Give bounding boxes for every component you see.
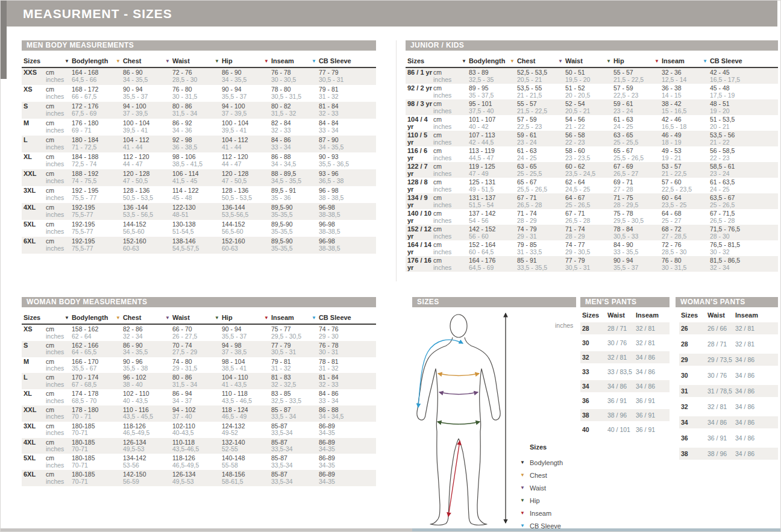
value-inches: 21 - 22,5 bbox=[662, 171, 703, 178]
value-inches: 67 - 68,5 bbox=[72, 381, 116, 389]
value-inches: 35-35,5 bbox=[271, 245, 312, 252]
value-inches: 75,5-77 bbox=[72, 211, 116, 219]
value-cell: 85-8733,5-34 bbox=[264, 423, 312, 438]
unit-cm: cm bbox=[433, 179, 462, 186]
value-cell: 184 - 18872,5 - 74 bbox=[64, 154, 116, 169]
value-cm: 53 - 57 bbox=[662, 163, 703, 171]
value-inches: 25 - 26,5 bbox=[565, 202, 606, 209]
value-cell: 83 - 8532,5 - 33,5 bbox=[264, 390, 312, 405]
column-header-chest: ▼Chest bbox=[116, 314, 165, 324]
value-cell: 76 - 8030 - 31,5 bbox=[654, 257, 703, 272]
value-cell: 78 - 8030,5 - 31,5 bbox=[264, 86, 312, 102]
pants-cell: 28 bbox=[679, 338, 707, 350]
value-inches: 28 - 30 bbox=[710, 233, 778, 240]
value-cm: 36 - 38 bbox=[662, 85, 703, 92]
value-inches: 32,5 - 33,5 bbox=[271, 398, 312, 405]
column-header-waist: ▼Waist bbox=[165, 57, 215, 67]
value-cell: 67 - 71,526,5 - 28 bbox=[703, 210, 778, 225]
value-cell: 65 - 6725,5 - 26,5 bbox=[606, 148, 654, 162]
value-cm: 81 - 84 bbox=[319, 103, 376, 110]
pants-row: 3030 / 7634 / 86 bbox=[679, 369, 778, 381]
value-cm: 89,5-90 bbox=[271, 238, 312, 245]
value-cm: 104 - 112 bbox=[222, 137, 264, 144]
value-cm: 60 - 64 bbox=[662, 195, 703, 202]
pants-row: 4040 / 10136 / 91 bbox=[580, 424, 670, 436]
value-cm: 90 - 94 bbox=[613, 257, 654, 264]
unit-cell: cminches bbox=[433, 69, 462, 84]
value-cm: 101 - 107 bbox=[469, 116, 510, 124]
value-inches: 37 - 39,5 bbox=[222, 110, 264, 117]
value-inches: 25 - 26,5 bbox=[710, 202, 778, 209]
size-label: M bbox=[22, 120, 46, 136]
value-cm: 148-156 bbox=[222, 471, 264, 478]
unit-cell: cminches bbox=[46, 455, 64, 470]
unit-inches: inches bbox=[46, 398, 64, 405]
value-cm: 89,5-90 bbox=[271, 204, 312, 211]
value-cell: 82 - 8632 - 34 bbox=[116, 326, 165, 341]
unit-inches: inches bbox=[46, 413, 64, 421]
value-cell: 93 - 9636,5 - 38 bbox=[312, 171, 376, 186]
table-row: XLcminches174 - 17868,5 - 70102 - 11040 … bbox=[22, 389, 376, 405]
legend-items: ▼Bodylength▼Chest▼Waist▼Hip▼Inseam▼CB Sl… bbox=[520, 456, 563, 532]
value-inches: 31 - 32 bbox=[271, 365, 312, 372]
value-cell: 86 - 9034 - 35,5 bbox=[116, 69, 165, 85]
value-cm: 137 - 142 bbox=[469, 210, 510, 217]
value-inches: 23 - 23,5 bbox=[565, 155, 606, 162]
legend-title: Sizes bbox=[520, 443, 563, 451]
value-inches: 54 - 56 bbox=[469, 217, 510, 225]
value-cell: 90 - 9435,5 - 37 bbox=[606, 257, 654, 272]
column-header-inseam: ▼Inseam bbox=[654, 57, 703, 67]
value-cm: 90 - 94 bbox=[222, 326, 264, 333]
value-inches: 22,5 - 23 bbox=[517, 124, 558, 131]
unit-cm: cm bbox=[46, 221, 64, 228]
value-cell: 119 - 12547 - 49 bbox=[462, 163, 510, 178]
size-label: XS bbox=[22, 326, 46, 341]
value-cm: 59 - 61 bbox=[613, 101, 654, 108]
value-cm: 144-152 bbox=[222, 221, 264, 228]
size-label: L bbox=[22, 137, 46, 152]
value-cm: 176 - 180 bbox=[72, 120, 116, 127]
value-cell: 112 - 12044 - 47 bbox=[116, 154, 165, 169]
value-cell: 52,5 - 53,520,5 - 21 bbox=[510, 69, 558, 84]
value-cm: 93 - 96 bbox=[319, 171, 376, 178]
value-cell: 86-8934-35 bbox=[312, 439, 376, 454]
value-cell: 125 - 13149 - 51,5 bbox=[462, 179, 510, 193]
section-bar-men: MEN BODY MEASUREMENTS bbox=[22, 40, 376, 51]
pants-row: 3030 / 7632 / 81 bbox=[580, 337, 670, 349]
value-cell: 76,5 - 81,530 - 32 bbox=[703, 242, 778, 256]
unit-cell: cminches bbox=[46, 423, 64, 438]
size-label: 104 / 4 yr bbox=[406, 116, 433, 131]
table-row: 152 / 12 yrcminches142 - 15256 - 6074 - … bbox=[406, 225, 778, 240]
pants-cell: 33 bbox=[580, 366, 607, 378]
value-cell: 107 - 11342 - 44,5 bbox=[462, 132, 510, 146]
size-label: XS bbox=[22, 86, 46, 102]
value-cm: 54 - 56 bbox=[565, 116, 606, 124]
unit-cm: cm bbox=[433, 257, 462, 264]
legend-arrow-icon: ▼ bbox=[520, 510, 530, 516]
value-inches: 62 - 64 bbox=[72, 333, 116, 340]
pants-column-header: Inseam bbox=[636, 311, 670, 322]
pants-column-header: Sizes bbox=[679, 311, 707, 322]
value-inches: 60-63 bbox=[222, 245, 264, 252]
unit-cm: cm bbox=[46, 137, 64, 144]
value-cm: 152-160 bbox=[123, 238, 165, 245]
value-cell: 67 - 7126,5 - 28 bbox=[558, 210, 606, 225]
value-cm: 85-87 bbox=[271, 471, 312, 478]
value-inches: 18 - 19 bbox=[662, 139, 703, 146]
legend-item: ▼Bodylength bbox=[520, 456, 563, 469]
value-cell: 64 - 6825 - 27 bbox=[654, 210, 703, 225]
value-cm: 104 - 112 bbox=[123, 137, 165, 144]
value-cm: 86 - 90 bbox=[222, 69, 264, 77]
value-cell: 79 - 8131 - 32 bbox=[312, 86, 376, 102]
value-cm: 119 - 125 bbox=[469, 163, 510, 171]
unit-inches: inches bbox=[46, 228, 64, 236]
value-cm: 45 - 48 bbox=[710, 85, 778, 92]
unit-cell: cminches bbox=[433, 101, 462, 115]
value-cell: 162 - 16664 - 65,5 bbox=[64, 342, 116, 357]
value-cell: 86-8934-35 bbox=[312, 455, 376, 470]
value-cm: 90 - 94 bbox=[123, 86, 165, 93]
size-label: S bbox=[22, 342, 46, 357]
value-inches: 70-71 bbox=[72, 446, 116, 453]
value-inches: 38 - 40 bbox=[123, 381, 165, 389]
pants-row: 3434 / 8634 / 86 bbox=[580, 380, 670, 392]
